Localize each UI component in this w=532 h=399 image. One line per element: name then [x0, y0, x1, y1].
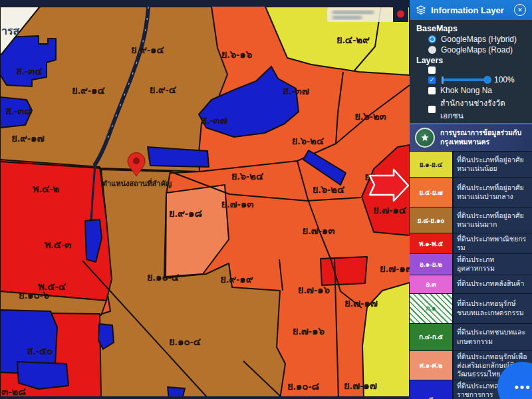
information-layer-panel: Information Layer ✕ BaseMaps GoogleMaps …: [410, 0, 532, 399]
bma-seal-icon: [415, 128, 435, 148]
zone-label: ส.-๓๘: [5, 105, 33, 116]
zone-label: ย.๙-๑๙: [220, 273, 253, 285]
zone-label: ย.๗-๑๗: [344, 297, 378, 309]
zone-label: ย.๙-๑๗: [11, 132, 45, 144]
layer-item-khok-nong-na[interactable]: Khok Nong Na: [428, 86, 527, 95]
legend-swatch: ส: [410, 380, 452, 399]
legend-swatch-hatched: ก.๑: [410, 294, 452, 323]
legend-swatch: ย.๑-ย.๔: [410, 152, 452, 177]
app-window: ารส ส.-๓๔ ย.๙-๑๔ ย.๙-๑๔ ย.๙-๔ ส.-๓๘ ย.๖-…: [0, 0, 532, 399]
legend-desc: ที่ดินประเภทคลังสินค้า: [452, 275, 532, 293]
layers-label: Layers: [416, 56, 527, 65]
close-icon[interactable]: ✕: [514, 4, 526, 16]
zone-label: ส.-๓๗: [201, 114, 227, 126]
zone-label: ย.๙-๑๘: [169, 207, 202, 219]
blurred-watermark: [327, 6, 408, 22]
zoning-map[interactable]: ารส ส.-๓๔ ย.๙-๑๔ ย.๙-๑๔ ย.๙-๔ ส.-๓๘ ย.๖-…: [0, 0, 410, 399]
zone-label: ย.๗-๑๗: [380, 263, 410, 274]
zone-label: ย.๑๐-๔: [169, 336, 201, 347]
zone-label: ย.๗-๑๔: [373, 204, 407, 215]
layer-item-label: Khok Nong Na: [440, 86, 492, 95]
legend-swatch: ย.๕-ย.๗: [410, 178, 452, 207]
legend-desc: ที่ดินประเภทที่อยู่อาศัยหนาแน่นมาก: [452, 207, 532, 233]
layer-item-label: สำนักงานช่างรังวัดเอกชน: [440, 96, 527, 122]
zone-label: ย.๖-๒๔: [292, 135, 325, 146]
zone-label: ย.๙-๔: [150, 84, 177, 95]
checkbox-unchecked-icon[interactable]: [428, 106, 436, 113]
zone-label: ย.๗-๑๗: [344, 380, 377, 391]
basemap-option-label: GoogleMaps (Road): [441, 45, 513, 55]
zone-label: ย.๑๐-๖: [19, 289, 50, 301]
panel-title: Information Layer: [431, 5, 509, 15]
zone-label: ย.๖-๒๔: [231, 170, 264, 182]
checkbox-checked-icon[interactable]: ✓: [428, 76, 436, 84]
zone-label: ย.๗-๑๖: [293, 325, 325, 336]
legend-row: ย.๑-ย.๔ ที่ดินประเภทที่อยู่อาศัยหนาแน่นน…: [410, 151, 532, 177]
marker-label: ตำแหน่งสถานที่สำคัญ: [102, 178, 172, 188]
zone-label: ส.-๕๐: [27, 345, 53, 356]
legend-desc: ที่ดินประเภทที่อยู่อาศัยหนาแน่นน้อย: [452, 152, 532, 177]
legend-desc: ที่ดินประเภทชนบทและเกษตรกรรม: [452, 324, 532, 350]
legend-swatch: อ.๑-อ.๒: [410, 254, 452, 274]
legend-desc: ที่ดินประเภทพาณิชยกรรม: [452, 233, 532, 253]
zone-label: ส.-๓๔: [16, 65, 43, 76]
legend-row: อ.๑-อ.๒ ที่ดินประเภทอุตสาหกรรม: [410, 253, 532, 274]
checkbox-unchecked-icon[interactable]: [428, 66, 436, 74]
zone-label: พ.๕-๓: [45, 239, 72, 250]
zone-polygons: [0, 0, 410, 399]
legend-swatch: ก.๔-ก.๕: [410, 324, 452, 350]
zone-label: ย.๗-๑๓: [221, 198, 253, 209]
legend-row: พ.๑-พ.๕ ที่ดินประเภทพาณิชยกรรม: [410, 233, 532, 253]
legend-swatch: พ.๑-พ.๕: [410, 233, 452, 253]
zone-label: ารส: [1, 25, 20, 37]
radio-unselected-icon[interactable]: [428, 46, 436, 54]
legend-row: ก.๔-ก.๕ ที่ดินประเภทชนบทและเกษตรกรรม: [410, 323, 532, 350]
zone-label: ย.๖-๒๓: [354, 110, 386, 122]
legend-row: ย.๕-ย.๗ ที่ดินประเภทที่อยู่อาศัยหนาแน่นป…: [410, 177, 532, 207]
opacity-value: 100%: [494, 75, 515, 84]
legend-swatch: อ.๓: [410, 275, 452, 293]
zone-label: พ.๔-๒: [33, 183, 59, 194]
zone-label: ย.๙-๑๔: [72, 84, 105, 96]
legend-title: การบูรณาการข้อมูลร่วมกับ กรุงเทพมหานคร: [440, 128, 521, 146]
legend-desc: ที่ดินประเภทอุตสาหกรรม: [452, 254, 532, 274]
ellipsis-icon: •••: [515, 380, 531, 394]
zone-label: ย.๑๐-๔: [147, 271, 180, 283]
layer-item-private-survey[interactable]: สำนักงานช่างรังวัดเอกชน: [428, 96, 527, 122]
zone-label: ย.๖-๒๔: [313, 184, 345, 195]
layer-item-2-opacity[interactable]: ✓ 100%: [428, 75, 527, 84]
zone-label: ย.๑๐-๘: [287, 380, 320, 392]
legend-desc: ที่ดินประเภทที่อยู่อาศัยหนาแน่นปานกลาง: [452, 178, 532, 207]
legend-swatch: ย.๘-ย.๑๐: [410, 207, 452, 233]
basemaps-label: BaseMaps: [416, 24, 527, 33]
zone-label: ๓-๒๘: [1, 386, 26, 397]
opacity-slider[interactable]: [443, 78, 487, 81]
legend-row: ย.๘-ย.๑๐ ที่ดินประเภทที่อยู่อาศัยหนาแน่น…: [410, 207, 532, 233]
basemap-option-label: GoogleMaps (Hybrid): [441, 35, 517, 44]
zone-label: ย.๖-๑๖: [221, 49, 253, 60]
radio-selected-icon[interactable]: [428, 35, 436, 43]
zone-label: ย.๔-๒๙: [336, 34, 370, 45]
checkbox-unchecked-icon[interactable]: [428, 87, 436, 94]
legend-row: ก.๑ ที่ดินประเภทอนุรักษ์ชนบทและเกษตรกรรม: [410, 293, 532, 323]
legend-desc: ที่ดินประเภทอนุรักษ์ชนบทและเกษตรกรรม: [452, 294, 532, 323]
layers-icon: [416, 5, 426, 15]
legend-swatch: ศ.๑-ศ.๒: [410, 351, 452, 380]
zone-label: ย.๗-๑๓: [302, 225, 334, 236]
slider-thumb[interactable]: [483, 76, 491, 84]
legend-row: อ.๓ ที่ดินประเภทคลังสินค้า: [410, 275, 532, 293]
layer-item-1[interactable]: [428, 66, 527, 74]
panel-header: Information Layer ✕: [410, 0, 532, 20]
zone-label: ส.-๓๗: [283, 85, 309, 96]
zone-label: ย.๙-๑๔: [131, 44, 164, 55]
basemap-option-hybrid[interactable]: GoogleMaps (Hybrid): [428, 35, 527, 44]
basemap-option-road[interactable]: GoogleMaps (Road): [428, 45, 527, 55]
basemaps-section: BaseMaps GoogleMaps (Hybrid) GoogleMaps …: [410, 20, 532, 123]
legend-header: การบูรณาการข้อมูลร่วมกับ กรุงเทพมหานคร: [410, 123, 532, 151]
zone-label: ย.๗-๑๖: [298, 284, 331, 295]
